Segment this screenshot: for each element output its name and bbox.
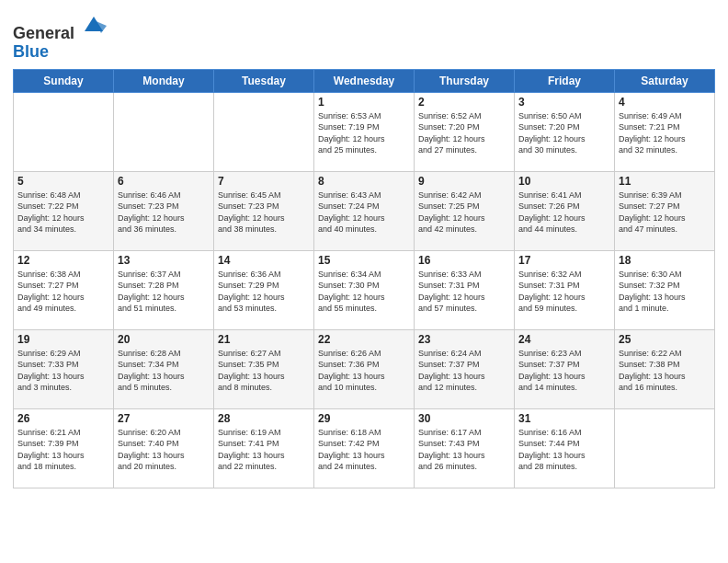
- day-info: Sunrise: 6:42 AM Sunset: 7:25 PM Dayligh…: [418, 190, 510, 236]
- calendar-cell: 19Sunrise: 6:29 AM Sunset: 7:33 PM Dayli…: [14, 329, 114, 408]
- calendar-cell: 28Sunrise: 6:19 AM Sunset: 7:41 PM Dayli…: [214, 408, 314, 488]
- calendar-cell: 17Sunrise: 6:32 AM Sunset: 7:31 PM Dayli…: [515, 250, 615, 329]
- day-of-week-header: Wednesday: [314, 69, 415, 92]
- day-number: 19: [17, 333, 109, 346]
- day-info: Sunrise: 6:30 AM Sunset: 7:32 PM Dayligh…: [619, 269, 711, 315]
- calendar-week-row: 19Sunrise: 6:29 AM Sunset: 7:33 PM Dayli…: [14, 329, 715, 408]
- day-info: Sunrise: 6:27 AM Sunset: 7:35 PM Dayligh…: [218, 348, 310, 394]
- calendar-cell: 2Sunrise: 6:52 AM Sunset: 7:20 PM Daylig…: [415, 92, 515, 171]
- day-info: Sunrise: 6:20 AM Sunset: 7:40 PM Dayligh…: [118, 427, 210, 473]
- calendar-cell: 29Sunrise: 6:18 AM Sunset: 7:42 PM Dayli…: [314, 408, 415, 488]
- calendar-cell: [114, 92, 214, 171]
- calendar-cell: 13Sunrise: 6:37 AM Sunset: 7:28 PM Dayli…: [114, 250, 214, 329]
- day-number: 26: [17, 412, 109, 425]
- day-number: 22: [318, 333, 410, 346]
- calendar-cell: 15Sunrise: 6:34 AM Sunset: 7:30 PM Dayli…: [314, 250, 415, 329]
- calendar-cell: 31Sunrise: 6:16 AM Sunset: 7:44 PM Dayli…: [515, 408, 615, 488]
- day-info: Sunrise: 6:36 AM Sunset: 7:29 PM Dayligh…: [218, 269, 310, 315]
- day-info: Sunrise: 6:32 AM Sunset: 7:31 PM Dayligh…: [518, 269, 610, 315]
- calendar-cell: 24Sunrise: 6:23 AM Sunset: 7:37 PM Dayli…: [515, 329, 615, 408]
- day-number: 10: [518, 175, 610, 188]
- day-of-week-header: Thursday: [415, 69, 515, 92]
- day-number: 4: [619, 96, 711, 109]
- calendar-cell: 27Sunrise: 6:20 AM Sunset: 7:40 PM Dayli…: [114, 408, 214, 488]
- day-number: 8: [318, 175, 410, 188]
- calendar-cell: 6Sunrise: 6:46 AM Sunset: 7:23 PM Daylig…: [114, 171, 214, 250]
- day-number: 3: [518, 96, 610, 109]
- calendar: SundayMondayTuesdayWednesdayThursdayFrid…: [13, 69, 715, 488]
- calendar-cell: 4Sunrise: 6:49 AM Sunset: 7:21 PM Daylig…: [615, 92, 715, 171]
- day-number: 21: [218, 333, 310, 346]
- day-info: Sunrise: 6:18 AM Sunset: 7:42 PM Dayligh…: [318, 427, 410, 473]
- day-info: Sunrise: 6:48 AM Sunset: 7:22 PM Dayligh…: [17, 190, 109, 236]
- day-number: 15: [318, 254, 410, 267]
- day-number: 2: [418, 96, 510, 109]
- calendar-week-row: 5Sunrise: 6:48 AM Sunset: 7:22 PM Daylig…: [14, 171, 715, 250]
- day-info: Sunrise: 6:16 AM Sunset: 7:44 PM Dayligh…: [518, 427, 610, 473]
- day-number: 25: [619, 333, 711, 346]
- day-number: 27: [118, 412, 210, 425]
- calendar-week-row: 12Sunrise: 6:38 AM Sunset: 7:27 PM Dayli…: [14, 250, 715, 329]
- header: General Blue: [13, 9, 715, 62]
- calendar-cell: 22Sunrise: 6:26 AM Sunset: 7:36 PM Dayli…: [314, 329, 415, 408]
- day-number: 9: [418, 175, 510, 188]
- day-number: 23: [418, 333, 510, 346]
- day-number: 11: [619, 175, 711, 188]
- calendar-cell: 11Sunrise: 6:39 AM Sunset: 7:27 PM Dayli…: [615, 171, 715, 250]
- day-info: Sunrise: 6:19 AM Sunset: 7:41 PM Dayligh…: [218, 427, 310, 473]
- day-info: Sunrise: 6:43 AM Sunset: 7:24 PM Dayligh…: [318, 190, 410, 236]
- calendar-cell: 16Sunrise: 6:33 AM Sunset: 7:31 PM Dayli…: [415, 250, 515, 329]
- day-number: 30: [418, 412, 510, 425]
- calendar-cell: 12Sunrise: 6:38 AM Sunset: 7:27 PM Dayli…: [14, 250, 114, 329]
- day-number: 17: [518, 254, 610, 267]
- calendar-cell: [14, 92, 114, 171]
- day-number: 5: [17, 175, 109, 188]
- day-number: 28: [218, 412, 310, 425]
- day-number: 20: [118, 333, 210, 346]
- day-info: Sunrise: 6:17 AM Sunset: 7:43 PM Dayligh…: [418, 427, 510, 473]
- day-of-week-header: Sunday: [14, 69, 114, 92]
- day-info: Sunrise: 6:22 AM Sunset: 7:38 PM Dayligh…: [619, 348, 711, 394]
- day-info: Sunrise: 6:39 AM Sunset: 7:27 PM Dayligh…: [619, 190, 711, 236]
- day-number: 1: [318, 96, 410, 109]
- calendar-cell: [615, 408, 715, 488]
- page: General Blue SundayMondayTuesdayWednesda…: [0, 0, 728, 563]
- day-info: Sunrise: 6:38 AM Sunset: 7:27 PM Dayligh…: [17, 269, 109, 315]
- calendar-cell: 18Sunrise: 6:30 AM Sunset: 7:32 PM Dayli…: [615, 250, 715, 329]
- day-number: 6: [118, 175, 210, 188]
- day-number: 14: [218, 254, 310, 267]
- day-info: Sunrise: 6:37 AM Sunset: 7:28 PM Dayligh…: [118, 269, 210, 315]
- calendar-cell: 21Sunrise: 6:27 AM Sunset: 7:35 PM Dayli…: [214, 329, 314, 408]
- day-info: Sunrise: 6:52 AM Sunset: 7:20 PM Dayligh…: [418, 110, 510, 156]
- day-info: Sunrise: 6:24 AM Sunset: 7:37 PM Dayligh…: [418, 348, 510, 394]
- calendar-cell: 30Sunrise: 6:17 AM Sunset: 7:43 PM Dayli…: [415, 408, 515, 488]
- day-number: 7: [218, 175, 310, 188]
- calendar-cell: 25Sunrise: 6:22 AM Sunset: 7:38 PM Dayli…: [615, 329, 715, 408]
- calendar-cell: 1Sunrise: 6:53 AM Sunset: 7:19 PM Daylig…: [314, 92, 415, 171]
- calendar-cell: 20Sunrise: 6:28 AM Sunset: 7:34 PM Dayli…: [114, 329, 214, 408]
- day-info: Sunrise: 6:26 AM Sunset: 7:36 PM Dayligh…: [318, 348, 410, 394]
- day-info: Sunrise: 6:33 AM Sunset: 7:31 PM Dayligh…: [418, 269, 510, 315]
- calendar-header-row: SundayMondayTuesdayWednesdayThursdayFrid…: [14, 69, 715, 92]
- calendar-cell: 23Sunrise: 6:24 AM Sunset: 7:37 PM Dayli…: [415, 329, 515, 408]
- day-info: Sunrise: 6:50 AM Sunset: 7:20 PM Dayligh…: [518, 110, 610, 156]
- day-number: 18: [619, 254, 711, 267]
- day-info: Sunrise: 6:28 AM Sunset: 7:34 PM Dayligh…: [118, 348, 210, 394]
- logo-blue: Blue: [13, 42, 49, 61]
- day-info: Sunrise: 6:29 AM Sunset: 7:33 PM Dayligh…: [17, 348, 109, 394]
- day-number: 31: [518, 412, 610, 425]
- day-number: 24: [518, 333, 610, 346]
- day-of-week-header: Saturday: [615, 69, 715, 92]
- logo-icon: [81, 13, 107, 39]
- calendar-cell: 7Sunrise: 6:45 AM Sunset: 7:23 PM Daylig…: [214, 171, 314, 250]
- calendar-cell: 8Sunrise: 6:43 AM Sunset: 7:24 PM Daylig…: [314, 171, 415, 250]
- calendar-cell: 9Sunrise: 6:42 AM Sunset: 7:25 PM Daylig…: [415, 171, 515, 250]
- calendar-cell: 3Sunrise: 6:50 AM Sunset: 7:20 PM Daylig…: [515, 92, 615, 171]
- day-info: Sunrise: 6:23 AM Sunset: 7:37 PM Dayligh…: [518, 348, 610, 394]
- calendar-cell: 5Sunrise: 6:48 AM Sunset: 7:22 PM Daylig…: [14, 171, 114, 250]
- day-number: 29: [318, 412, 410, 425]
- day-number: 12: [17, 254, 109, 267]
- day-info: Sunrise: 6:21 AM Sunset: 7:39 PM Dayligh…: [17, 427, 109, 473]
- logo-general: General: [13, 24, 74, 42]
- calendar-week-row: 26Sunrise: 6:21 AM Sunset: 7:39 PM Dayli…: [14, 408, 715, 488]
